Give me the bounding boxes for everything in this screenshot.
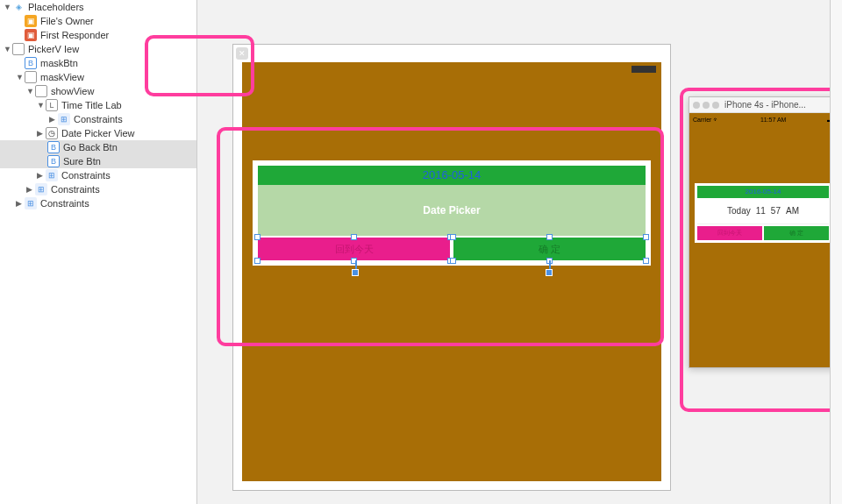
outline-label: maskView <box>40 72 84 82</box>
selection-handle[interactable] <box>450 234 456 240</box>
outline-constraints[interactable]: ▶ ⊞ Constraints <box>0 112 196 126</box>
inspector-strip[interactable] <box>830 0 842 504</box>
outline-goback-btn[interactable]: B Go Back Btn <box>0 140 196 154</box>
outline-placeholders-header[interactable]: ▼ ◈ Placeholders <box>0 0 196 14</box>
sim-time-title: 2016-05-14 <box>697 186 829 198</box>
outline-label: maskBtn <box>40 58 78 68</box>
outline-label: Date Picker View <box>61 128 135 138</box>
document-outline: ▼ ◈ Placeholders ▣ File's Owner ▣ First … <box>0 0 197 504</box>
goback-label: 回到今天 <box>335 243 374 256</box>
simulator-window[interactable]: iPhone 4s - iPhone... Carrier ᯤ 11:57 AM… <box>689 96 838 368</box>
disclosure-triangle-icon[interactable]: ▶ <box>37 129 46 138</box>
disclosure-triangle-icon[interactable]: ▶ <box>26 185 35 194</box>
constraints-icon: ⊞ <box>35 183 47 195</box>
simulator-title: iPhone 4s - iPhone... <box>724 100 806 110</box>
outline-constraints[interactable]: ▶ ⊞ Constraints <box>0 182 196 196</box>
simulator-screen[interactable]: Carrier ᯤ 11:57 AM ▬ 2016-05-14 Today 11… <box>689 113 837 367</box>
selection-handle[interactable] <box>254 234 260 240</box>
disclosure-triangle-icon[interactable]: ▼ <box>16 73 25 82</box>
outline-root-view[interactable]: ▼ PickerV Iew <box>0 42 196 56</box>
window-controls[interactable] <box>693 102 719 109</box>
dp-hour: 11 <box>756 206 766 216</box>
disclosure-triangle-icon[interactable]: ▼ <box>4 3 12 11</box>
sim-show-view: 2016-05-14 Today 11 57 AM 回到今天 确 定 <box>695 183 831 243</box>
outline-label: Constraints <box>74 114 123 124</box>
selection-handle[interactable] <box>351 234 357 240</box>
selection-handle[interactable] <box>643 258 649 264</box>
outline-label: Time Title Lab <box>61 100 122 110</box>
outline-label: Constraints <box>61 170 111 181</box>
minimize-dot-icon[interactable] <box>703 102 710 109</box>
sure-button[interactable]: 确 定 <box>453 238 646 260</box>
button-icon: B <box>47 155 60 167</box>
button-row: 回到今天 确 定 <box>258 238 646 260</box>
files-owner-icon: ▣ <box>25 15 37 27</box>
sim-button-row: 回到今天 确 定 <box>697 226 829 240</box>
dp-min: 57 <box>771 206 781 216</box>
dp-ampm: AM <box>786 206 799 216</box>
disclosure-triangle-icon[interactable]: ▶ <box>37 171 46 180</box>
outline-label: First Responder <box>40 30 109 40</box>
constraints-icon: ⊞ <box>46 169 58 181</box>
date-picker-view[interactable]: Date Picker <box>258 185 646 236</box>
goback-button[interactable]: 回到今天 <box>258 238 450 260</box>
close-dot-icon[interactable] <box>693 102 700 109</box>
outline-maskview[interactable]: ▼ maskView <box>0 70 196 84</box>
time-title-label[interactable]: 2016-05-14 <box>258 166 646 185</box>
outline-label: Go Back Btn <box>63 142 118 153</box>
view-icon <box>12 43 25 55</box>
show-view[interactable]: 2016-05-14 Date Picker 回到今天 确 定 <box>251 159 653 267</box>
button-icon: B <box>25 57 37 69</box>
constraint-anchor[interactable] <box>352 269 359 276</box>
status-time: 11:57 AM <box>760 117 787 123</box>
carrier-label: Carrier ᯤ <box>693 117 719 123</box>
outline-label: Constraints <box>51 184 100 195</box>
close-icon[interactable]: ✕ <box>236 47 248 60</box>
outline-sure-btn[interactable]: B Sure Btn <box>0 154 196 168</box>
sim-sure-button[interactable]: 确 定 <box>764 226 829 240</box>
outline-label: Placeholders <box>28 2 84 12</box>
root-view[interactable]: 2016-05-14 Date Picker 回到今天 确 定 <box>242 62 661 481</box>
sim-date-picker[interactable]: Today 11 57 AM <box>697 198 829 224</box>
first-responder-icon: ▣ <box>25 29 37 41</box>
constraints-icon: ⊞ <box>25 197 37 209</box>
outline-time-title-lab[interactable]: ▼ L Time Title Lab <box>0 98 196 112</box>
status-bar: Carrier ᯤ 11:57 AM ▬ <box>689 113 837 125</box>
outline-label: Constraints <box>40 198 89 209</box>
outline-label: PickerV Iew <box>28 44 79 54</box>
design-canvas-frame[interactable]: ✕ 2016-05-14 Date Picker 回到今天 <box>232 44 671 491</box>
label-icon: L <box>46 99 58 111</box>
zoom-dot-icon[interactable] <box>712 102 719 109</box>
selection-handle[interactable] <box>254 258 260 264</box>
outline-date-picker-view[interactable]: ▶ ◷ Date Picker View <box>0 126 196 140</box>
ib-canvas[interactable]: ✕ 2016-05-14 Date Picker 回到今天 <box>197 0 842 504</box>
disclosure-triangle-icon[interactable]: ▼ <box>4 45 12 53</box>
outline-showview[interactable]: ▼ showView <box>0 84 196 98</box>
outline-maskbtn[interactable]: B maskBtn <box>0 56 196 70</box>
selection-handle[interactable] <box>546 234 553 240</box>
constraints-icon: ⊞ <box>58 113 70 125</box>
datepicker-icon: ◷ <box>46 127 58 139</box>
view-icon <box>35 85 47 97</box>
selection-handle[interactable] <box>450 258 456 264</box>
disclosure-triangle-icon[interactable]: ▶ <box>49 115 58 124</box>
outline-label: showView <box>51 86 94 96</box>
outline-constraints[interactable]: ▶ ⊞ Constraints <box>0 168 196 182</box>
view-icon <box>25 71 37 83</box>
disclosure-triangle-icon[interactable]: ▼ <box>26 87 35 96</box>
sure-label: 确 定 <box>539 243 560 256</box>
dp-today: Today <box>727 206 751 216</box>
outline-files-owner[interactable]: ▣ File's Owner <box>0 14 196 28</box>
outline-label: Sure Btn <box>63 156 101 167</box>
outline-label: File's Owner <box>40 16 94 26</box>
selection-handle[interactable] <box>643 234 649 240</box>
outline-first-responder[interactable]: ▣ First Responder <box>0 28 196 42</box>
simulator-titlebar[interactable]: iPhone 4s - iPhone... <box>689 97 837 113</box>
disclosure-triangle-icon[interactable]: ▶ <box>16 199 25 208</box>
outline-constraints[interactable]: ▶ ⊞ Constraints <box>0 196 196 210</box>
disclosure-triangle-icon[interactable]: ▼ <box>37 101 46 110</box>
button-icon: B <box>47 141 60 153</box>
sim-goback-button[interactable]: 回到今天 <box>697 226 762 240</box>
constraint-anchor[interactable] <box>546 269 553 276</box>
cube-icon: ◈ <box>12 1 25 13</box>
